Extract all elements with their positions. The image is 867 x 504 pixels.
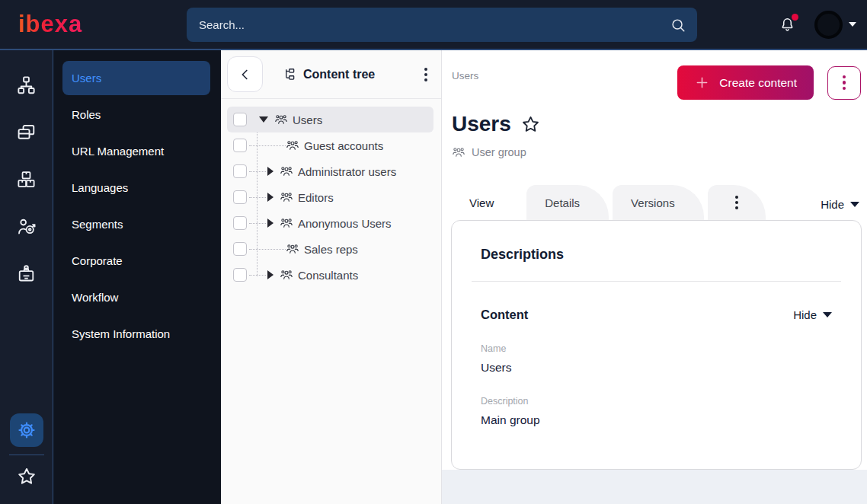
user-group-icon bbox=[274, 113, 288, 126]
tree-item-users[interactable]: Users bbox=[227, 107, 434, 132]
tree-dotted-leader bbox=[249, 275, 266, 276]
pages-icon[interactable] bbox=[3, 108, 50, 155]
rail-bottom bbox=[0, 413, 53, 493]
section-title: Content bbox=[481, 308, 528, 322]
ibexa-logo: ibexa bbox=[18, 11, 82, 37]
header-actions: Create content bbox=[677, 65, 861, 100]
user-group-icon bbox=[286, 242, 299, 256]
bottom-strip bbox=[442, 470, 867, 504]
tree-checkbox[interactable] bbox=[233, 216, 247, 230]
main-header: Users Create content bbox=[442, 50, 867, 100]
tree-dotted-leader bbox=[249, 197, 266, 198]
settings-gear-icon[interactable] bbox=[10, 413, 43, 447]
user-group-icon bbox=[280, 268, 293, 282]
tab-bar: View Details Versions Hide bbox=[442, 159, 867, 220]
field-label: Name bbox=[481, 343, 841, 354]
search-input[interactable] bbox=[187, 8, 697, 42]
tree-item-label: Editors bbox=[298, 191, 334, 204]
sidebar-item-system-information[interactable]: System Information bbox=[53, 315, 221, 352]
tree-dotted-leader bbox=[249, 145, 286, 146]
product-boxes-icon[interactable] bbox=[3, 155, 50, 203]
tab-versions[interactable]: Versions bbox=[613, 185, 704, 220]
sidebar-item-users[interactable]: Users bbox=[62, 61, 210, 95]
hide-section-toggle[interactable]: Hide bbox=[793, 308, 832, 321]
tree-item-label: Consultants bbox=[298, 269, 358, 282]
expand-caret-icon[interactable] bbox=[267, 219, 274, 228]
corporate-badge-icon[interactable] bbox=[3, 250, 50, 297]
sidebar-item-workflow[interactable]: Workflow bbox=[53, 279, 221, 315]
breadcrumb: Users bbox=[452, 70, 478, 81]
content-tree-rows: Users Guest accounts Administrator users bbox=[221, 99, 441, 288]
sidebar-item-corporate[interactable]: Corporate bbox=[53, 242, 221, 279]
tab-details[interactable]: Details bbox=[526, 185, 609, 220]
tree-dotted-leader bbox=[249, 223, 266, 224]
field-description: Description Main group bbox=[481, 396, 841, 427]
expand-caret-icon[interactable] bbox=[267, 270, 274, 279]
caret-down-icon bbox=[850, 202, 859, 207]
tree-item-guest-accounts[interactable]: Guest accounts bbox=[227, 132, 434, 158]
tree-checkbox[interactable] bbox=[233, 164, 247, 178]
more-actions-kebab-button[interactable] bbox=[827, 66, 861, 100]
favorite-star-icon[interactable] bbox=[520, 114, 541, 135]
tree-item-label: Administrator users bbox=[298, 165, 396, 178]
field-value: Users bbox=[481, 361, 841, 375]
tree-item-label: Users bbox=[293, 113, 322, 126]
title-row: Users bbox=[452, 112, 867, 136]
notifications-bell-icon[interactable] bbox=[779, 16, 796, 33]
sidebar-item-roles[interactable]: Roles bbox=[53, 96, 221, 132]
sidebar-item-languages[interactable]: Languages bbox=[53, 169, 221, 206]
bookmarks-star-icon[interactable] bbox=[10, 460, 43, 493]
caret-down-icon bbox=[823, 312, 832, 317]
tree-item-label: Guest accounts bbox=[304, 139, 383, 152]
content-section-header: Content Hide bbox=[481, 308, 832, 322]
collapse-caret-icon[interactable] bbox=[259, 116, 268, 123]
tree-checkbox[interactable] bbox=[233, 113, 247, 126]
create-content-button[interactable]: Create content bbox=[677, 65, 814, 100]
account-caret-down-icon[interactable] bbox=[849, 22, 856, 27]
search-icon[interactable] bbox=[670, 17, 686, 33]
content-type-label: User group bbox=[472, 146, 526, 158]
plus-icon bbox=[694, 75, 710, 91]
personalization-target-icon[interactable] bbox=[3, 203, 50, 250]
card-heading: Descriptions bbox=[481, 247, 841, 263]
tree-item-sales-reps[interactable]: Sales reps bbox=[227, 236, 434, 262]
user-group-icon bbox=[286, 139, 299, 152]
field-value: Main group bbox=[481, 413, 841, 427]
tree-checkbox[interactable] bbox=[233, 190, 247, 204]
tree-item-consultants[interactable]: Consultants bbox=[227, 262, 434, 288]
field-name: Name Users bbox=[481, 343, 841, 375]
expand-caret-icon[interactable] bbox=[267, 193, 274, 202]
tree-item-administrator-users[interactable]: Administrator users bbox=[227, 158, 434, 184]
tree-checkbox[interactable] bbox=[233, 139, 247, 152]
field-label: Description bbox=[481, 396, 841, 407]
main-content: Users Create content Users User group Vi… bbox=[442, 50, 867, 504]
icon-rail bbox=[0, 50, 53, 504]
user-group-icon bbox=[452, 145, 465, 159]
tab-more-kebab[interactable] bbox=[708, 185, 766, 220]
tree-checkbox[interactable] bbox=[233, 242, 247, 256]
tree-item-label: Anonymous Users bbox=[298, 217, 392, 230]
tree-options-kebab-icon[interactable] bbox=[420, 63, 432, 86]
topbar-right bbox=[779, 11, 856, 39]
card-divider bbox=[472, 281, 841, 282]
tree-item-anonymous-users[interactable]: Anonymous Users bbox=[227, 210, 434, 236]
collapse-tree-button[interactable] bbox=[227, 56, 263, 92]
notification-dot bbox=[792, 14, 798, 21]
user-group-icon bbox=[280, 164, 293, 178]
tree-item-editors[interactable]: Editors bbox=[227, 184, 434, 210]
logo-container[interactable]: ibexa bbox=[18, 11, 187, 38]
sidebar-item-url-management[interactable]: URL Management bbox=[53, 132, 221, 169]
content-tree-panel: Content tree Users Guest accounts bbox=[221, 50, 442, 504]
tree-item-label: Sales reps bbox=[304, 243, 358, 256]
sidebar-item-segments[interactable]: Segments bbox=[53, 206, 221, 242]
tab-view[interactable]: View bbox=[451, 185, 523, 220]
sitemap-icon[interactable] bbox=[3, 61, 50, 108]
tree-checkbox[interactable] bbox=[233, 268, 247, 282]
descriptions-card: Descriptions Content Hide Name Users Des… bbox=[451, 220, 862, 470]
user-group-icon bbox=[280, 216, 293, 230]
expand-caret-icon[interactable] bbox=[267, 167, 274, 176]
user-avatar[interactable] bbox=[814, 11, 843, 39]
global-search bbox=[187, 8, 697, 42]
hide-panel-toggle[interactable]: Hide bbox=[821, 198, 859, 211]
page-title: Users bbox=[452, 112, 511, 136]
